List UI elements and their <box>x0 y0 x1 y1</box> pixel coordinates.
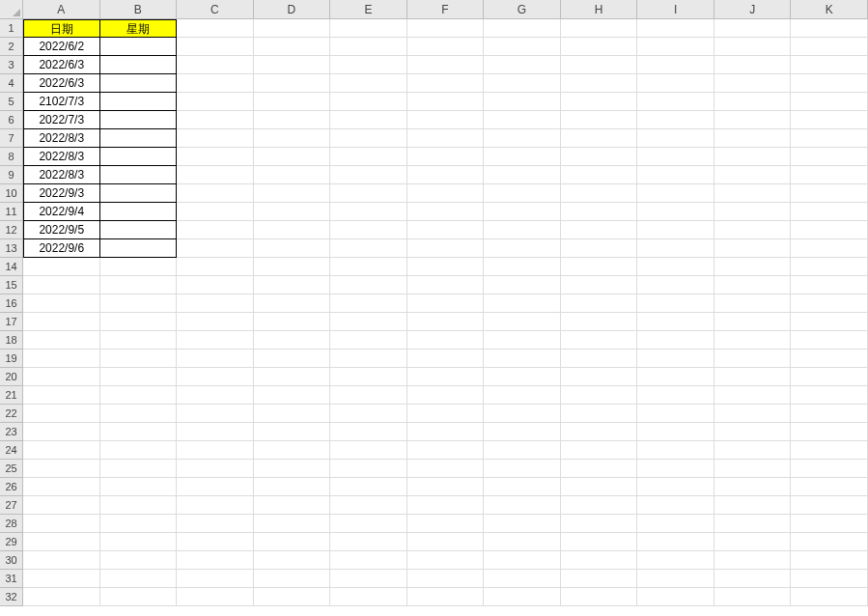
cell-B18[interactable] <box>100 331 178 350</box>
cell-J10[interactable] <box>714 184 792 203</box>
cell-C21[interactable] <box>177 386 254 405</box>
cell-D15[interactable] <box>254 276 331 294</box>
col-header-C[interactable]: C <box>177 0 254 19</box>
cell-B31[interactable] <box>100 570 178 588</box>
cell-J9[interactable] <box>714 166 792 184</box>
cell-B8[interactable] <box>100 148 178 166</box>
cell-K11[interactable] <box>791 203 868 221</box>
cell-B15[interactable] <box>100 276 178 294</box>
cell-H26[interactable] <box>561 478 638 496</box>
cell-K25[interactable] <box>791 460 868 478</box>
cell-B6[interactable] <box>100 111 178 129</box>
cell-F26[interactable] <box>407 478 485 496</box>
cell-B11[interactable] <box>100 203 178 221</box>
row-header-25[interactable]: 25 <box>0 460 23 478</box>
cell-G21[interactable] <box>484 386 561 405</box>
cell-H17[interactable] <box>561 313 638 331</box>
cell-B5[interactable] <box>100 93 178 111</box>
cell-A25[interactable] <box>23 460 100 478</box>
cell-C20[interactable] <box>177 368 254 386</box>
cell-E6[interactable] <box>330 111 407 129</box>
cell-J27[interactable] <box>714 496 792 515</box>
cell-A23[interactable] <box>23 423 100 441</box>
cell-D24[interactable] <box>254 441 331 460</box>
cell-H24[interactable] <box>561 441 638 460</box>
cell-F4[interactable] <box>407 74 485 93</box>
cell-I27[interactable] <box>637 496 714 515</box>
cell-H9[interactable] <box>561 166 638 184</box>
cell-A29[interactable] <box>23 533 100 551</box>
cell-I8[interactable] <box>637 148 714 166</box>
cell-B27[interactable] <box>100 496 178 515</box>
col-header-E[interactable]: E <box>330 0 407 19</box>
cell-I17[interactable] <box>637 313 714 331</box>
cell-A28[interactable] <box>23 515 100 533</box>
cell-E25[interactable] <box>330 460 407 478</box>
cell-D2[interactable] <box>254 38 331 56</box>
cell-I6[interactable] <box>637 111 714 129</box>
cell-G15[interactable] <box>484 276 561 294</box>
cell-A1[interactable]: 日期 <box>23 19 100 38</box>
cell-K3[interactable] <box>791 56 868 74</box>
cell-A15[interactable] <box>23 276 100 294</box>
cell-B32[interactable] <box>100 588 178 606</box>
cell-J29[interactable] <box>714 533 792 551</box>
cell-C11[interactable] <box>177 203 254 221</box>
cell-D16[interactable] <box>254 294 331 313</box>
cell-A18[interactable] <box>23 331 100 350</box>
cell-D26[interactable] <box>254 478 331 496</box>
col-header-K[interactable]: K <box>791 0 868 19</box>
row-header-12[interactable]: 12 <box>0 221 23 239</box>
cell-D14[interactable] <box>254 258 331 276</box>
cell-C6[interactable] <box>177 111 254 129</box>
cell-D13[interactable] <box>254 239 331 258</box>
cell-B23[interactable] <box>100 423 178 441</box>
cell-C17[interactable] <box>177 313 254 331</box>
cell-C8[interactable] <box>177 148 254 166</box>
cell-F30[interactable] <box>407 551 485 570</box>
cell-D1[interactable] <box>254 19 331 38</box>
cell-G14[interactable] <box>484 258 561 276</box>
cell-F8[interactable] <box>407 148 485 166</box>
cell-K32[interactable] <box>791 588 868 606</box>
cell-D29[interactable] <box>254 533 331 551</box>
cell-K18[interactable] <box>791 331 868 350</box>
cell-G10[interactable] <box>484 184 561 203</box>
row-header-24[interactable]: 24 <box>0 441 23 460</box>
cell-H16[interactable] <box>561 294 638 313</box>
row-header-9[interactable]: 9 <box>0 166 23 184</box>
cell-G30[interactable] <box>484 551 561 570</box>
col-header-F[interactable]: F <box>407 0 485 19</box>
cell-F16[interactable] <box>407 294 485 313</box>
cell-A9[interactable]: 2022/8/3 <box>23 166 100 184</box>
cell-B4[interactable] <box>100 74 178 93</box>
cell-C31[interactable] <box>177 570 254 588</box>
cell-D8[interactable] <box>254 148 331 166</box>
cell-E7[interactable] <box>330 129 407 148</box>
cell-C23[interactable] <box>177 423 254 441</box>
cell-F24[interactable] <box>407 441 485 460</box>
cell-C7[interactable] <box>177 129 254 148</box>
cell-G6[interactable] <box>484 111 561 129</box>
cell-F20[interactable] <box>407 368 485 386</box>
cell-B26[interactable] <box>100 478 178 496</box>
cell-F23[interactable] <box>407 423 485 441</box>
cell-F27[interactable] <box>407 496 485 515</box>
cell-K10[interactable] <box>791 184 868 203</box>
cell-K6[interactable] <box>791 111 868 129</box>
cell-C14[interactable] <box>177 258 254 276</box>
cell-I7[interactable] <box>637 129 714 148</box>
cell-I29[interactable] <box>637 533 714 551</box>
cell-K21[interactable] <box>791 386 868 405</box>
row-header-22[interactable]: 22 <box>0 405 23 423</box>
cell-E31[interactable] <box>330 570 407 588</box>
cell-F14[interactable] <box>407 258 485 276</box>
row-header-31[interactable]: 31 <box>0 570 23 588</box>
cell-D27[interactable] <box>254 496 331 515</box>
cell-D17[interactable] <box>254 313 331 331</box>
cell-B24[interactable] <box>100 441 178 460</box>
cell-I12[interactable] <box>637 221 714 239</box>
cell-E19[interactable] <box>330 350 407 368</box>
cell-E21[interactable] <box>330 386 407 405</box>
cell-I5[interactable] <box>637 93 714 111</box>
